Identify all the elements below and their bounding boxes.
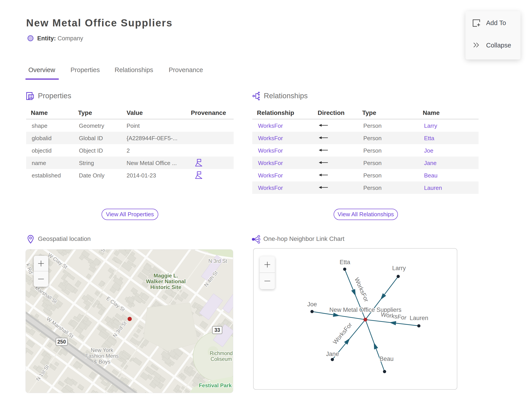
svg-text:Coliseum: Coliseum — [211, 356, 232, 362]
svg-text:Joe: Joe — [307, 301, 317, 308]
svg-text:Richmond: Richmond — [210, 351, 233, 356]
svg-text:Lauren: Lauren — [410, 315, 428, 321]
svg-text:Beau: Beau — [379, 356, 393, 362]
svg-text:33: 33 — [214, 327, 220, 333]
svg-text:Larry: Larry — [392, 265, 406, 271]
svg-text:Maggie L.: Maggie L. — [154, 273, 178, 279]
svg-text:Festival Park: Festival Park — [199, 382, 232, 388]
svg-text:Historic Site: Historic Site — [150, 284, 181, 290]
svg-text:& Boys: & Boys — [93, 359, 110, 365]
svg-text:250: 250 — [57, 339, 66, 345]
svg-text:WorksFor: WorksFor — [353, 277, 370, 303]
svg-text:WorksFor: WorksFor — [332, 321, 353, 345]
svg-text:Etta: Etta — [339, 259, 351, 265]
svg-text:Fashion Mens: Fashion Mens — [85, 353, 119, 359]
svg-text:Jane: Jane — [326, 351, 339, 357]
svg-text:New York: New York — [91, 347, 113, 353]
svg-text:Walker National: Walker National — [146, 278, 186, 284]
svg-text:WorksFor: WorksFor — [380, 311, 407, 321]
svg-text:N 3rd St: N 3rd St — [208, 258, 227, 264]
